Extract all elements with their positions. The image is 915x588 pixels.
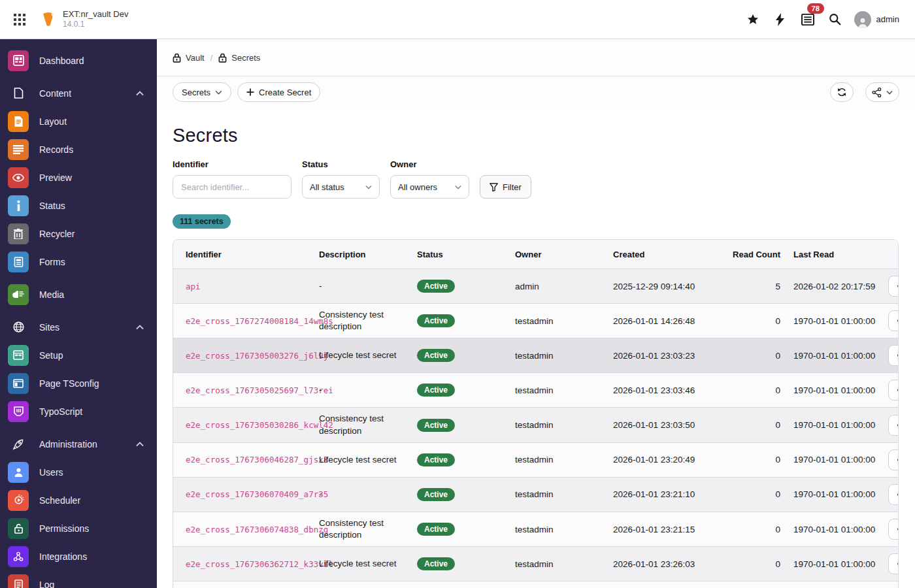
cell-status: Active [417,280,515,293]
status-badge: Active [417,488,455,501]
chevron-up-icon[interactable] [136,91,144,96]
cell-status: Active [417,384,515,397]
sidebar-item-integrations[interactable]: Integrations [0,542,157,570]
scheduler-icon [8,490,29,511]
view-secret-button[interactable] [888,276,899,297]
sidebar-item-dashboard[interactable]: Dashboard [0,46,157,74]
view-secret-button[interactable] [888,310,899,331]
table-row: e2e_cross_1767305025697_l73rei-Activetes… [173,372,898,407]
sidebar-item-label: Recycler [39,229,144,239]
cell-identifier[interactable]: e2e_cross_1767306046287_gjsx8 [186,455,319,465]
app-brand[interactable]: EXT:nr_vault Dev 14.0.1 [41,9,128,29]
funnel-icon [490,183,498,191]
typo3-logo [41,12,56,27]
cell-read-count: 0 [708,525,782,534]
cell-identifier[interactable]: e2e_cross_1767305003276_j6l9j [186,351,319,361]
opened-documents-badge: 78 [807,3,824,14]
breadcrumb-item-secrets[interactable]: Secrets [231,53,260,63]
sidebar-item-log[interactable]: Log [0,570,157,588]
cell-actions [878,553,899,574]
chevron-up-icon[interactable] [136,325,144,330]
cell-owner: testadmin [515,385,613,395]
sidebar-item-typoscript[interactable]: TypoScript [0,397,157,425]
status-select[interactable]: All status [302,175,380,199]
col-header-status: Status [417,250,515,259]
cell-identifier[interactable]: e2e_cross_1767305025697_l73rei [186,385,319,395]
cell-identifier[interactable]: e2e_cross_1767306074838_dbnzg [186,525,319,534]
cell-identifier[interactable]: api [186,282,319,291]
sidebar-item-sites[interactable]: Sites [0,313,157,341]
identifier-search-input[interactable] [173,175,291,199]
reload-icon [837,87,847,97]
view-secret-button[interactable] [888,484,899,505]
sidebar-item-records[interactable]: Records [0,135,157,163]
sidebar-item-users[interactable]: Users [0,458,157,486]
sidebar-item-label: Sites [39,322,136,333]
filter-button-label: Filter [503,182,522,192]
sidebar-item-content[interactable]: Content [0,79,157,107]
reload-button[interactable] [830,82,854,102]
cell-identifier[interactable]: e2e_cross_1767305030286_kcwl42 [186,420,319,430]
share-dropdown-button[interactable] [865,82,899,102]
sidebar-item-permissions[interactable]: Permissions [0,514,157,542]
cell-owner: testadmin [515,455,613,465]
search-icon[interactable] [824,8,846,31]
cell-created: 2026-01-01 23:03:46 [613,385,708,395]
create-secret-label: Create Secret [259,88,311,97]
status-badge: Active [417,349,455,362]
cell-status: Active [417,453,515,466]
module-menu-toggle-icon[interactable] [10,10,29,29]
cell-last-read: 1970-01-01 01:00:00 [782,351,878,361]
sidebar-item-scheduler[interactable]: Scheduler [0,486,157,514]
cell-description: Consistency test description [319,309,417,333]
bookmarks-icon[interactable] [742,8,764,31]
cell-identifier[interactable]: e2e_cross_1767274008184_14wm8s [186,316,319,326]
chevron-up-icon[interactable] [136,442,144,447]
cell-status: Active [417,349,515,362]
sidebar-item-label: Layout [39,116,144,127]
cell-read-count: 0 [708,455,782,465]
sidebar-item-media[interactable]: Media [0,280,157,308]
sidebar-item-label: Permissions [39,523,144,534]
cell-owner: testadmin [515,559,613,569]
filter-button[interactable]: Filter [480,175,531,199]
chevron-down-icon [886,90,893,95]
sites-icon [8,317,29,338]
cell-identifier[interactable]: e2e_cross_1767306362712_k33vil [186,559,319,569]
sidebar-item-recycler[interactable]: Recycler [0,220,157,248]
cell-actions [878,484,899,505]
cell-last-read: 1970-01-01 01:00:00 [782,455,878,465]
view-secret-button[interactable] [888,519,899,540]
owner-select[interactable]: All owners [390,175,469,199]
view-secret-button[interactable] [888,449,899,470]
col-header-description: Description [319,250,417,259]
cell-identifier[interactable]: e2e_cross_1767306070409_a7r35 [186,489,319,499]
sidebar-item-administration[interactable]: Administration [0,430,157,458]
table-header-row: Identifier Description Status Owner Crea… [173,240,898,269]
view-secret-button[interactable] [888,553,899,574]
sidebar-item-page-tsconfig[interactable]: Page TSconfig [0,369,157,397]
cell-last-read: 1970-01-01 01:00:00 [782,489,878,499]
cell-description: - [319,280,417,292]
opened-documents-icon[interactable]: 78 [797,8,819,31]
flush-cache-icon[interactable] [769,8,791,31]
view-secret-button[interactable] [888,415,899,436]
breadcrumb-separator: / [209,53,214,63]
breadcrumb-item-vault[interactable]: Vault [186,53,205,63]
sidebar-item-forms[interactable]: Forms [0,248,157,276]
create-secret-button[interactable]: Create Secret [237,82,320,102]
app-version: 14.0.1 [63,20,128,29]
sidebar-item-setup[interactable]: Setup [0,341,157,369]
view-secret-button[interactable] [888,380,899,400]
user-menu[interactable]: admin [852,11,902,28]
forms-icon [8,252,29,272]
view-secret-button[interactable] [888,345,899,366]
module-select-button[interactable]: Secrets [173,82,231,102]
breadcrumb: Vault / Secrets [173,53,260,63]
topbar: EXT:nr_vault Dev 14.0.1 78 [0,0,915,39]
sidebar-item-status[interactable]: Status [0,191,157,220]
cell-status: Active [417,523,515,536]
sidebar-item-label: Status [39,201,144,211]
sidebar-item-layout[interactable]: Layout [0,107,157,135]
sidebar-item-preview[interactable]: Preview [0,163,157,191]
